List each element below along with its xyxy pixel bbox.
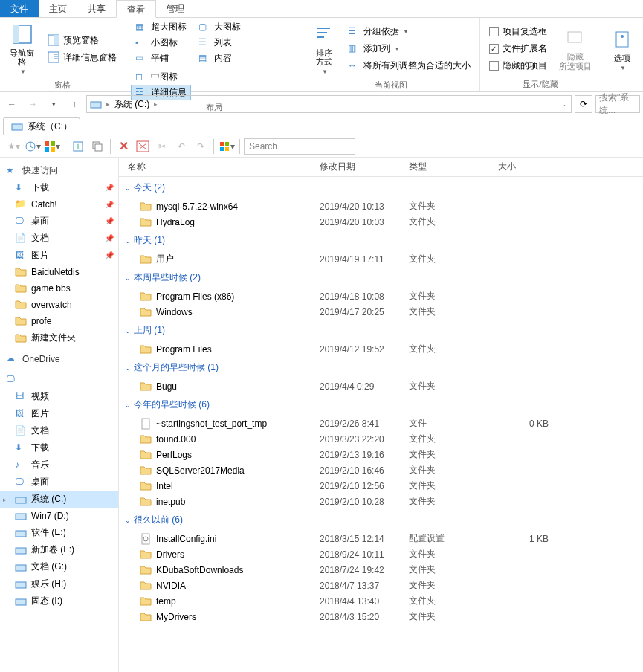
- tab-view[interactable]: 查看: [116, 0, 156, 18]
- chevron-right-icon[interactable]: ▸: [106, 100, 110, 108]
- file-row[interactable]: 用户2019/4/19 17:11文件夹: [119, 251, 643, 267]
- checkbox-itemcheckboxes[interactable]: 项目复选框: [485, 24, 552, 39]
- file-row[interactable]: Program Files (x86)2019/4/18 10:08文件夹: [119, 288, 643, 304]
- nav-library-item[interactable]: ♪音乐: [0, 456, 118, 474]
- file-row[interactable]: InstallConfig.ini2018/3/15 12:14配置设置1 KB: [119, 531, 643, 546]
- file-row[interactable]: MyDrivers2018/4/3 15:20文件夹: [119, 609, 643, 624]
- nav-folder-item[interactable]: profe: [0, 313, 118, 329]
- redo-button[interactable]: ↷: [192, 138, 210, 155]
- file-row[interactable]: Bugu2019/4/4 0:29文件夹: [119, 378, 643, 394]
- groupby-button[interactable]: ☰分组依据▾: [343, 24, 475, 39]
- address-dropdown[interactable]: ⌄: [563, 101, 568, 108]
- copy-button[interactable]: [88, 138, 106, 155]
- column-name[interactable]: 名称: [119, 161, 320, 173]
- hide-selected-button[interactable]: 隐藏 所选项目: [555, 23, 596, 73]
- group-header[interactable]: ⌄本周早些时候 (2): [119, 267, 643, 288]
- group-header[interactable]: ⌄上周 (1): [119, 320, 643, 341]
- sort-button[interactable]: 排序方式 ▼: [308, 19, 340, 78]
- group-header[interactable]: ⌄这个月的早些时候 (1): [119, 357, 643, 378]
- group-header[interactable]: ⌄今天 (2): [119, 177, 643, 198]
- layout-content[interactable]: ▤内容: [194, 51, 245, 66]
- column-date[interactable]: 修改日期: [320, 161, 409, 173]
- nav-drive-item[interactable]: Win7 (D:): [0, 508, 118, 524]
- toolbar-search[interactable]: Search: [244, 138, 355, 155]
- nav-drive-item[interactable]: 文档 (G:): [0, 558, 118, 575]
- chevron-right-icon[interactable]: ▸: [3, 496, 10, 503]
- file-row[interactable]: mysql-5.7.22-winx642019/4/20 10:13文件夹: [119, 198, 643, 214]
- this-pc[interactable]: 🖵: [0, 372, 118, 388]
- chevron-right-icon[interactable]: ▸: [154, 100, 158, 108]
- file-row[interactable]: Intel2019/2/10 12:56文件夹: [119, 478, 643, 494]
- preview-pane-button[interactable]: 预览窗格: [43, 33, 121, 48]
- nav-drive-item[interactable]: 新加卷 (F:): [0, 541, 118, 558]
- nav-drive-item[interactable]: 软件 (E:): [0, 524, 118, 541]
- file-row[interactable]: PerfLogs2019/2/13 19:16文件夹: [119, 447, 643, 462]
- details-pane-button[interactable]: 详细信息窗格: [43, 50, 121, 65]
- nav-folder-item[interactable]: 新建文件夹: [0, 329, 118, 346]
- column-size[interactable]: 大小: [498, 161, 558, 173]
- layout-list[interactable]: ☰列表: [194, 35, 245, 51]
- tab-file[interactable]: 文件: [0, 0, 39, 17]
- nav-quick-item[interactable]: 🖼图片📌: [0, 247, 118, 264]
- checkbox-hiddenitems[interactable]: 隐藏的项目: [485, 58, 552, 74]
- delete-perm-button[interactable]: [134, 138, 152, 155]
- group-header[interactable]: ⌄很久以前 (6): [119, 509, 643, 531]
- quick-access[interactable]: ★ 快速访问: [0, 162, 118, 179]
- history-button[interactable]: ▾: [24, 138, 42, 155]
- layout-extralarge[interactable]: ▦超大图标: [131, 19, 191, 35]
- nav-library-item[interactable]: 🖼图片: [0, 405, 118, 422]
- file-row[interactable]: Drivers2018/9/24 10:11文件夹: [119, 546, 643, 562]
- file-row[interactable]: SQLServer2017Media2019/2/10 16:46文件夹: [119, 462, 643, 478]
- layout-large[interactable]: ▢大图标: [194, 19, 245, 35]
- addcolumns-button[interactable]: ▥添加列▾: [343, 41, 475, 56]
- layout-medium[interactable]: ◻中图标: [131, 69, 191, 85]
- file-row[interactable]: HydraLog2019/4/20 10:03文件夹: [119, 214, 643, 230]
- file-row[interactable]: ~startingshot_test_port_tmp2019/2/26 8:4…: [119, 416, 643, 431]
- column-type[interactable]: 类型: [409, 161, 498, 173]
- favorite-button[interactable]: ★▾: [4, 138, 22, 155]
- new-window-button[interactable]: +: [69, 138, 87, 155]
- file-row[interactable]: Windows2019/4/17 20:25文件夹: [119, 304, 643, 320]
- undo-button[interactable]: ↶: [172, 138, 190, 155]
- back-button[interactable]: ←: [3, 95, 21, 113]
- nav-folder-item[interactable]: overwatch: [0, 297, 118, 313]
- refresh-button[interactable]: ⟳: [575, 95, 592, 113]
- nav-drive-item[interactable]: 娱乐 (H:): [0, 575, 118, 592]
- breadcrumb[interactable]: 系统 (C:): [114, 98, 149, 111]
- sizecolumns-button[interactable]: ↔将所有列调整为合适的大小: [343, 58, 475, 74]
- onedrive[interactable]: ☁ OneDrive: [0, 351, 118, 367]
- nav-library-item[interactable]: ⬇下载: [0, 439, 118, 456]
- nav-drive-item[interactable]: ▸系统 (C:): [0, 491, 118, 508]
- up-button[interactable]: ↑: [65, 95, 83, 113]
- nav-pane-button[interactable]: 导航窗格 ▼: [4, 19, 40, 78]
- nav-library-item[interactable]: 🎞视频: [0, 388, 118, 405]
- forward-button[interactable]: →: [24, 95, 42, 113]
- recent-dropdown[interactable]: ▾: [45, 95, 62, 113]
- tab-share[interactable]: 共享: [77, 0, 116, 17]
- file-row[interactable]: Program Files2019/4/12 19:52文件夹: [119, 341, 643, 357]
- nav-quick-item[interactable]: ⬇下载📌: [0, 179, 118, 196]
- file-row[interactable]: inetpub2019/2/10 10:28文件夹: [119, 494, 643, 509]
- options-button[interactable]: 选项 ▼: [606, 25, 639, 74]
- address-bar[interactable]: ▸ 系统 (C:) ▸ ⌄: [86, 95, 572, 113]
- checkbox-extensions[interactable]: ✓文件扩展名: [485, 41, 552, 56]
- location-tab[interactable]: 系统（C:）: [3, 117, 80, 135]
- file-row[interactable]: NVIDIA2018/4/7 13:37文件夹: [119, 578, 643, 593]
- nav-library-item[interactable]: 🖵桌面: [0, 474, 118, 491]
- tab-manage[interactable]: 管理: [156, 0, 195, 17]
- nav-quick-item[interactable]: 📄文档📌: [0, 230, 118, 247]
- search-box[interactable]: 搜索"系统...: [595, 95, 640, 113]
- nav-folder-item[interactable]: game bbs: [0, 280, 118, 297]
- nav-drive-item[interactable]: 固态 (I:): [0, 592, 118, 610]
- tab-home[interactable]: 主页: [39, 0, 77, 17]
- file-row[interactable]: KDubaSoftDownloads2018/7/24 19:42文件夹: [119, 562, 643, 578]
- layout-tiles[interactable]: ▭平铺: [131, 51, 191, 66]
- delete-button[interactable]: ✕: [114, 138, 132, 155]
- group-header[interactable]: ⌄昨天 (1): [119, 230, 643, 251]
- view-dropdown[interactable]: ▾: [218, 138, 236, 155]
- nav-quick-item[interactable]: 📁Catch!📌: [0, 196, 118, 213]
- nav-quick-item[interactable]: 🖵桌面📌: [0, 213, 118, 230]
- layout-small[interactable]: ▪小图标: [131, 35, 191, 51]
- cut-button[interactable]: ✂: [153, 138, 171, 155]
- nav-library-item[interactable]: 📄文档: [0, 422, 118, 439]
